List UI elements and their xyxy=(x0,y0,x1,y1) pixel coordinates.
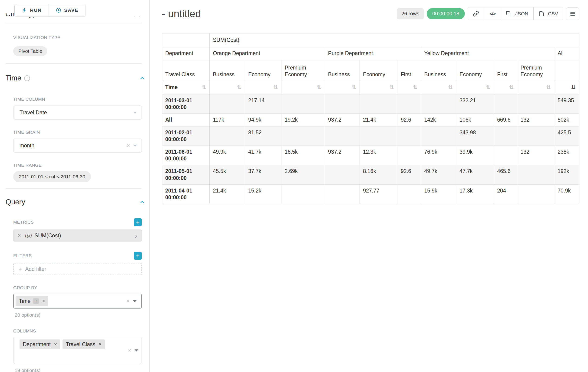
sort-header-cell[interactable]: ⇅ xyxy=(456,81,494,94)
cell: 937.2 xyxy=(325,146,359,165)
remove-metric-icon[interactable]: × xyxy=(18,232,21,239)
cell xyxy=(325,165,359,184)
cell: 76.9k xyxy=(421,146,456,165)
row-label: All xyxy=(162,114,210,126)
sort-icon[interactable]: ⇅ xyxy=(352,84,356,91)
sort-icon[interactable]: ⇅ xyxy=(273,84,278,91)
clear-icon[interactable]: × xyxy=(123,298,133,304)
cell xyxy=(494,126,517,146)
cell: 117k xyxy=(210,114,245,126)
cell xyxy=(325,94,359,114)
sort-header-cell[interactable]: ⇅ xyxy=(517,81,554,94)
chevron-up-icon xyxy=(139,75,145,81)
sort-icon[interactable]: ⇅ xyxy=(317,84,321,91)
divider xyxy=(5,188,142,189)
save-button[interactable]: SAVE xyxy=(49,4,85,17)
remove-chip-icon[interactable]: × xyxy=(42,298,45,304)
cell: 81.52 xyxy=(245,126,281,146)
cell: 465.6 xyxy=(494,165,517,184)
table-row: All117k94.9k19.2k937.221.4k92.6142k106k6… xyxy=(162,114,579,126)
sort-icon[interactable]: ⇅ xyxy=(546,84,551,91)
time-range-pill[interactable]: 2011-01-01 ≤ col < 2011-06-30 xyxy=(13,171,91,182)
link-icon xyxy=(473,11,479,17)
copy-icon xyxy=(506,11,512,17)
cell: 425.5 xyxy=(554,126,579,146)
table-row: 2011-02-01 00:00:0081.52343.98425.5 xyxy=(162,126,579,146)
cell: 927.77 xyxy=(359,184,398,204)
columns-select[interactable]: Department × Travel Class × × xyxy=(13,337,142,364)
cell xyxy=(421,94,456,114)
visualization-type-pill[interactable]: Pivot Table xyxy=(13,46,47,56)
cell: 15.2k xyxy=(245,184,281,204)
sort-descending-icon[interactable]: ⇊ xyxy=(571,84,576,91)
chart-menu-button[interactable] xyxy=(566,7,579,20)
lightning-bolt-icon xyxy=(22,7,27,13)
cell: 17.3k xyxy=(456,184,494,204)
sort-header-cell-active[interactable]: ⇊ xyxy=(554,81,579,94)
sort-icon[interactable]: ⇅ xyxy=(201,84,206,91)
visualization-type-label: VISUALIZATION TYPE xyxy=(13,35,149,40)
sort-icon[interactable]: ⇅ xyxy=(237,84,242,91)
time-row-axis-header[interactable]: Time⇅ xyxy=(162,81,210,94)
group-by-chip[interactable]: Time i × xyxy=(16,296,48,306)
row-label: 2011-05-01 00:00:00 xyxy=(162,165,210,184)
group-by-select[interactable]: Time i × × xyxy=(13,294,142,308)
sort-header-cell[interactable]: ⇅ xyxy=(421,81,456,94)
cell xyxy=(494,146,517,165)
sort-header-cell[interactable]: ⇅ xyxy=(398,81,421,94)
collapse-time-section-chevron[interactable] xyxy=(139,75,145,81)
columns-chip[interactable]: Department × xyxy=(20,340,60,349)
share-link-button[interactable] xyxy=(468,7,484,20)
cell: 41.7k xyxy=(245,146,281,165)
add-metric-button[interactable]: + xyxy=(134,218,142,226)
cell: 45.5k xyxy=(210,165,245,184)
sort-header-cell[interactable]: ⇅ xyxy=(325,81,359,94)
sort-header-cell[interactable]: ⇅ xyxy=(245,81,281,94)
export-json-button[interactable]: .JSON xyxy=(501,7,533,20)
chart-title[interactable]: - untitled xyxy=(162,8,201,20)
columns-label: COLUMNS xyxy=(13,329,149,334)
clear-icon[interactable]: × xyxy=(125,347,135,354)
query-section-header: Query xyxy=(5,197,149,207)
sort-header-cell[interactable]: ⇅ xyxy=(359,81,398,94)
collapse-query-section-chevron[interactable] xyxy=(139,199,145,205)
metric-chip[interactable]: × ƒ(x) SUM(Cost) › xyxy=(13,230,142,242)
pivot-table-container: SUM(Cost)DepartmentOrange DepartmentPurp… xyxy=(162,33,579,204)
cell: 204 xyxy=(494,184,517,204)
cell xyxy=(281,126,325,146)
travel-class-column-header: Premium Economy xyxy=(517,60,554,81)
sort-icon[interactable]: ⇅ xyxy=(448,84,453,91)
time-column-select[interactable]: Travel Date xyxy=(13,106,142,119)
remove-chip-icon[interactable]: × xyxy=(54,341,57,347)
plus-icon: + xyxy=(18,266,22,273)
divider xyxy=(5,64,142,64)
sort-icon[interactable]: ⇅ xyxy=(486,84,490,91)
sort-icon[interactable]: ⇅ xyxy=(389,84,394,91)
hamburger-menu-icon xyxy=(570,11,576,17)
cell xyxy=(517,184,554,204)
remove-chip-icon[interactable]: × xyxy=(99,341,102,347)
sort-icon[interactable]: ⇅ xyxy=(413,84,417,91)
columns-chip[interactable]: Travel Class × xyxy=(63,340,105,349)
add-filter-plus-button[interactable]: + xyxy=(134,252,142,260)
run-button[interactable]: RUN xyxy=(15,4,49,17)
cell: 549.35 xyxy=(554,94,579,114)
cell xyxy=(210,126,245,146)
export-csv-button[interactable]: .CSV xyxy=(533,7,563,20)
time-section-header: Time i xyxy=(5,74,149,83)
group-by-chip-label: Time xyxy=(19,298,31,304)
info-icon: i xyxy=(24,75,30,81)
time-grain-select[interactable]: month × xyxy=(13,138,142,152)
columns-options-count: 19 option(s) xyxy=(15,368,149,372)
add-filter-box[interactable]: + Add filter xyxy=(13,263,142,275)
view-query-button[interactable]: </> xyxy=(484,7,501,20)
sort-header-cell[interactable]: ⇅ xyxy=(494,81,517,94)
file-icon xyxy=(539,11,544,17)
clear-icon[interactable]: × xyxy=(123,142,133,149)
cell: 8.16k xyxy=(359,165,398,184)
sort-header-cell[interactable]: ⇅ xyxy=(281,81,325,94)
travel-class-axis-header: Travel Class xyxy=(162,60,210,81)
sort-icon[interactable]: ⇅ xyxy=(509,84,514,91)
sort-header-cell[interactable]: ⇅ xyxy=(210,81,245,94)
chevron-down-icon xyxy=(133,145,137,147)
